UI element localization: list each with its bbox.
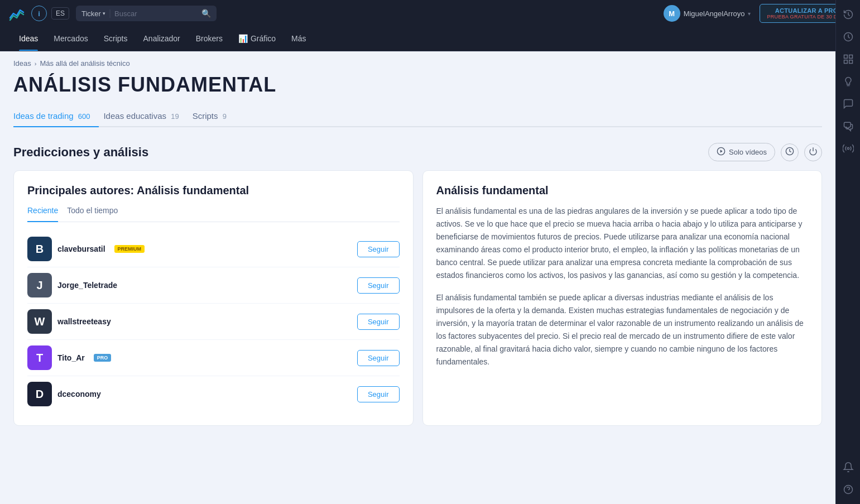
svg-rect-1 bbox=[844, 55, 847, 59]
author-avatar: D bbox=[27, 382, 52, 406]
search-type-selector[interactable]: Ticker ▾ bbox=[81, 9, 105, 18]
follow-button[interactable]: Seguir bbox=[357, 386, 400, 402]
authors-tab-all-time[interactable]: Todo el tiempo bbox=[67, 206, 118, 217]
author-avatar: T bbox=[27, 345, 52, 370]
tab-educational-ideas[interactable]: Ideas educativas 19 bbox=[103, 107, 188, 126]
follow-button[interactable]: Seguir bbox=[357, 241, 400, 257]
search-bar: Ticker ▾ | 🔍 bbox=[76, 6, 217, 21]
info-card: Análisis fundamental El análisis fundame… bbox=[422, 170, 823, 426]
upgrade-sub-label: PRUEBA GRATUITA DE 30 DÍAS bbox=[767, 14, 846, 20]
author-name: clavebursatil bbox=[57, 244, 105, 253]
logo[interactable] bbox=[7, 3, 27, 23]
comments-icon[interactable] bbox=[838, 116, 858, 136]
author-name: dceconomy bbox=[57, 390, 101, 399]
nav-item-ideas[interactable]: Ideas bbox=[11, 26, 46, 51]
author-avatar-initial: T bbox=[36, 352, 43, 364]
authors-tabs: Reciente Todo el tiempo bbox=[27, 206, 400, 222]
search-icon: 🔍 bbox=[201, 9, 211, 18]
authors-list: B clavebursatil PREMIUM Seguir J Jorge_T… bbox=[27, 231, 400, 412]
authors-card-title: Principales autores: Análisis fundamenta… bbox=[27, 184, 400, 197]
svg-point-5 bbox=[847, 147, 849, 149]
follow-button[interactable]: Seguir bbox=[357, 314, 400, 330]
page-content: Ideas › Más allá del análisis técnico AN… bbox=[0, 51, 835, 448]
badge-pro: PRO bbox=[94, 354, 112, 362]
section-actions: Solo vídeos bbox=[708, 143, 822, 161]
info-button[interactable]: i bbox=[31, 6, 47, 21]
badge-premium: PREMIUM bbox=[114, 245, 145, 253]
refresh-button[interactable] bbox=[804, 143, 822, 161]
author-name: Jorge_Teletrade bbox=[57, 281, 117, 290]
breadcrumb: Ideas › Más allá del análisis técnico bbox=[13, 51, 822, 73]
chart-icon: 📊 bbox=[238, 34, 248, 43]
author-info: B clavebursatil PREMIUM bbox=[27, 237, 145, 261]
sort-date-button[interactable] bbox=[781, 143, 799, 161]
nav-item-scripts[interactable]: Scripts bbox=[96, 26, 136, 51]
breadcrumb-current: Más allá del análisis técnico bbox=[40, 59, 129, 68]
chevron-down-icon: ▾ bbox=[103, 11, 105, 16]
tab-trading-ideas[interactable]: Ideas de trading 600 bbox=[13, 107, 99, 126]
author-avatar: W bbox=[27, 309, 52, 334]
svg-marker-9 bbox=[720, 150, 723, 152]
tabs-row: Ideas de trading 600 Ideas educativas 19… bbox=[13, 107, 822, 127]
nav-item-grafico[interactable]: 📊 Gráfico bbox=[230, 26, 284, 51]
author-info: D dceconomy bbox=[27, 382, 101, 406]
tab-scripts[interactable]: Scripts 9 bbox=[193, 107, 236, 126]
section-title: Predicciones y análisis bbox=[13, 145, 148, 160]
svg-rect-2 bbox=[849, 55, 852, 59]
author-row: J Jorge_Teletrade Seguir bbox=[27, 267, 400, 304]
svg-rect-4 bbox=[849, 60, 852, 64]
username-label: MiguelAngelArroyo bbox=[684, 9, 745, 18]
avatar: M bbox=[664, 5, 680, 22]
author-info: W wallstreeteasy bbox=[27, 309, 111, 334]
authors-card: Principales autores: Análisis fundamenta… bbox=[13, 170, 414, 426]
author-avatar-initial: B bbox=[36, 243, 44, 256]
author-row: T Tito_Ar PRO Seguir bbox=[27, 340, 400, 376]
author-avatar-initial: J bbox=[36, 279, 42, 292]
info-card-paragraph-1: El análisis fundamental es una de las pi… bbox=[436, 205, 809, 282]
author-info: T Tito_Ar PRO bbox=[27, 345, 111, 370]
lightbulb-icon[interactable] bbox=[838, 71, 858, 92]
user-menu[interactable]: M MiguelAngelArroyo ▾ bbox=[664, 5, 751, 22]
author-avatar-initial: D bbox=[36, 388, 44, 401]
search-input[interactable] bbox=[114, 9, 198, 18]
author-name: Tito_Ar bbox=[57, 353, 85, 362]
info-card-paragraph-2: El análisis fundamental también se puede… bbox=[436, 291, 809, 369]
author-avatar: J bbox=[27, 273, 52, 297]
chat-bubble-icon[interactable] bbox=[838, 94, 858, 114]
author-avatar: B bbox=[27, 237, 52, 261]
author-row: W wallstreeteasy Seguir bbox=[27, 304, 400, 340]
page-title: ANÁLISIS FUNDAMENTAL bbox=[13, 73, 822, 97]
clock-icon bbox=[785, 147, 794, 157]
author-row: D dceconomy Seguir bbox=[27, 376, 400, 412]
clock-rotate-icon[interactable] bbox=[838, 4, 858, 25]
language-selector[interactable]: ES bbox=[51, 7, 69, 20]
nav-item-mas[interactable]: Más bbox=[284, 26, 314, 51]
history-icon[interactable] bbox=[838, 27, 858, 47]
nav-item-mercados[interactable]: Mercados bbox=[46, 26, 95, 51]
svg-rect-3 bbox=[844, 60, 847, 64]
author-name: wallstreeteasy bbox=[57, 317, 111, 326]
author-avatar-initial: W bbox=[35, 315, 45, 328]
power-icon bbox=[809, 147, 818, 157]
right-sidebar bbox=[835, 0, 860, 448]
follow-button[interactable]: Seguir bbox=[357, 277, 400, 294]
grid-icon[interactable] bbox=[838, 49, 858, 69]
authors-tab-reciente[interactable]: Reciente bbox=[27, 206, 58, 217]
breadcrumb-ideas-link[interactable]: Ideas bbox=[13, 59, 31, 68]
follow-button[interactable]: Seguir bbox=[357, 350, 400, 366]
nav-item-brokers[interactable]: Brokers bbox=[188, 26, 230, 51]
broadcast-icon[interactable] bbox=[838, 138, 858, 159]
main-grid: Principales autores: Análisis fundamenta… bbox=[13, 170, 822, 426]
breadcrumb-separator: › bbox=[35, 60, 37, 67]
upgrade-main-label: ACTUALIZAR A PRO bbox=[767, 7, 846, 14]
user-menu-chevron-icon: ▾ bbox=[748, 11, 751, 17]
nav-item-analizador[interactable]: Analizador bbox=[136, 26, 188, 51]
author-row: B clavebursatil PREMIUM Seguir bbox=[27, 231, 400, 267]
main-navigation: Ideas Mercados Scripts Analizador Broker… bbox=[0, 27, 860, 51]
section-header: Predicciones y análisis Solo vídeos bbox=[13, 143, 822, 161]
author-info: J Jorge_Teletrade bbox=[27, 273, 117, 297]
play-icon bbox=[717, 147, 726, 157]
topbar: i ES Ticker ▾ | 🔍 M MiguelAngelArroyo ▾ … bbox=[0, 0, 860, 27]
info-card-title: Análisis fundamental bbox=[436, 184, 809, 197]
video-filter-button[interactable]: Solo vídeos bbox=[708, 143, 775, 161]
